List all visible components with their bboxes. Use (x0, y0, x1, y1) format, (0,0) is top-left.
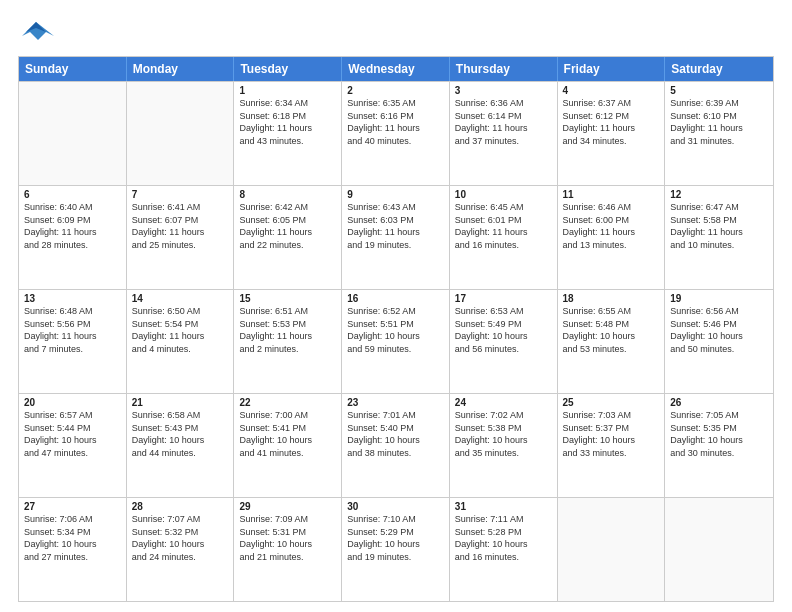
cell-info-line: and 41 minutes. (239, 448, 336, 460)
calendar-cell: 18Sunrise: 6:55 AMSunset: 5:48 PMDayligh… (558, 290, 666, 393)
day-header-saturday: Saturday (665, 57, 773, 81)
cell-info-line: and 50 minutes. (670, 344, 768, 356)
cell-info-line: Daylight: 11 hours (24, 227, 121, 239)
cell-info-line: Daylight: 11 hours (239, 123, 336, 135)
day-number: 16 (347, 293, 444, 304)
cell-info-line: Sunset: 5:29 PM (347, 527, 444, 539)
day-number: 15 (239, 293, 336, 304)
calendar-row-3: 20Sunrise: 6:57 AMSunset: 5:44 PMDayligh… (19, 393, 773, 497)
day-number: 14 (132, 293, 229, 304)
cell-info-line: Daylight: 11 hours (132, 331, 229, 343)
calendar-cell: 6Sunrise: 6:40 AMSunset: 6:09 PMDaylight… (19, 186, 127, 289)
cell-info-line: Daylight: 10 hours (563, 331, 660, 343)
cell-info-line: and 34 minutes. (563, 136, 660, 148)
day-number: 20 (24, 397, 121, 408)
cell-info-line: and 33 minutes. (563, 448, 660, 460)
calendar-cell: 15Sunrise: 6:51 AMSunset: 5:53 PMDayligh… (234, 290, 342, 393)
cell-info-line: Sunset: 6:05 PM (239, 215, 336, 227)
cell-info-line: Sunrise: 7:06 AM (24, 514, 121, 526)
cell-info-line: Sunrise: 6:35 AM (347, 98, 444, 110)
cell-info-line: Sunset: 5:56 PM (24, 319, 121, 331)
day-number: 25 (563, 397, 660, 408)
cell-info-line: Sunset: 5:43 PM (132, 423, 229, 435)
cell-info-line: Daylight: 10 hours (347, 539, 444, 551)
cell-info-line: Daylight: 10 hours (132, 539, 229, 551)
cell-info-line: and 59 minutes. (347, 344, 444, 356)
day-number: 3 (455, 85, 552, 96)
calendar-cell: 11Sunrise: 6:46 AMSunset: 6:00 PMDayligh… (558, 186, 666, 289)
cell-info-line: Sunrise: 6:43 AM (347, 202, 444, 214)
cell-info-line: Daylight: 10 hours (563, 435, 660, 447)
cell-info-line: Daylight: 11 hours (455, 123, 552, 135)
calendar-cell: 20Sunrise: 6:57 AMSunset: 5:44 PMDayligh… (19, 394, 127, 497)
cell-info-line: and 43 minutes. (239, 136, 336, 148)
cell-info-line: and 30 minutes. (670, 448, 768, 460)
cell-info-line: Sunset: 5:53 PM (239, 319, 336, 331)
day-number: 7 (132, 189, 229, 200)
cell-info-line: Sunset: 6:00 PM (563, 215, 660, 227)
cell-info-line: and 7 minutes. (24, 344, 121, 356)
cell-info-line: and 28 minutes. (24, 240, 121, 252)
cell-info-line: Sunset: 6:14 PM (455, 111, 552, 123)
calendar-cell: 5Sunrise: 6:39 AMSunset: 6:10 PMDaylight… (665, 82, 773, 185)
calendar-cell (127, 82, 235, 185)
cell-info-line: Sunset: 5:28 PM (455, 527, 552, 539)
day-number: 21 (132, 397, 229, 408)
cell-info-line: Daylight: 10 hours (455, 435, 552, 447)
calendar-cell: 1Sunrise: 6:34 AMSunset: 6:18 PMDaylight… (234, 82, 342, 185)
cell-info-line: Daylight: 10 hours (24, 435, 121, 447)
cell-info-line: and 16 minutes. (455, 240, 552, 252)
cell-info-line: Sunset: 5:48 PM (563, 319, 660, 331)
cell-info-line: Sunset: 6:01 PM (455, 215, 552, 227)
calendar-cell: 29Sunrise: 7:09 AMSunset: 5:31 PMDayligh… (234, 498, 342, 601)
cell-info-line: Daylight: 10 hours (132, 435, 229, 447)
header (18, 18, 774, 46)
calendar-cell: 23Sunrise: 7:01 AMSunset: 5:40 PMDayligh… (342, 394, 450, 497)
cell-info-line: Sunrise: 7:00 AM (239, 410, 336, 422)
cell-info-line: and 38 minutes. (347, 448, 444, 460)
calendar-cell (558, 498, 666, 601)
cell-info-line: Sunrise: 7:09 AM (239, 514, 336, 526)
cell-info-line: and 40 minutes. (347, 136, 444, 148)
cell-info-line: and 27 minutes. (24, 552, 121, 564)
cell-info-line: Sunset: 5:31 PM (239, 527, 336, 539)
day-number: 29 (239, 501, 336, 512)
cell-info-line: Sunrise: 7:02 AM (455, 410, 552, 422)
cell-info-line: Sunset: 5:46 PM (670, 319, 768, 331)
cell-info-line: Daylight: 11 hours (670, 123, 768, 135)
cell-info-line: Sunset: 6:12 PM (563, 111, 660, 123)
day-header-monday: Monday (127, 57, 235, 81)
cell-info-line: and 44 minutes. (132, 448, 229, 460)
cell-info-line: Daylight: 10 hours (24, 539, 121, 551)
cell-info-line: Sunset: 6:03 PM (347, 215, 444, 227)
day-number: 6 (24, 189, 121, 200)
logo-bird-icon (18, 18, 54, 46)
calendar-cell: 7Sunrise: 6:41 AMSunset: 6:07 PMDaylight… (127, 186, 235, 289)
cell-info-line: Daylight: 10 hours (670, 435, 768, 447)
cell-info-line: Sunset: 5:38 PM (455, 423, 552, 435)
cell-info-line: and 4 minutes. (132, 344, 229, 356)
day-number: 11 (563, 189, 660, 200)
cell-info-line: Sunset: 6:18 PM (239, 111, 336, 123)
cell-info-line: Sunrise: 6:41 AM (132, 202, 229, 214)
calendar-cell: 25Sunrise: 7:03 AMSunset: 5:37 PMDayligh… (558, 394, 666, 497)
day-number: 31 (455, 501, 552, 512)
calendar-cell: 2Sunrise: 6:35 AMSunset: 6:16 PMDaylight… (342, 82, 450, 185)
cell-info-line: Sunset: 5:44 PM (24, 423, 121, 435)
day-number: 9 (347, 189, 444, 200)
cell-info-line: Sunrise: 6:40 AM (24, 202, 121, 214)
cell-info-line: Daylight: 10 hours (455, 331, 552, 343)
calendar-row-1: 6Sunrise: 6:40 AMSunset: 6:09 PMDaylight… (19, 185, 773, 289)
calendar-row-2: 13Sunrise: 6:48 AMSunset: 5:56 PMDayligh… (19, 289, 773, 393)
cell-info-line: Sunset: 5:37 PM (563, 423, 660, 435)
cell-info-line: Sunset: 5:54 PM (132, 319, 229, 331)
cell-info-line: and 53 minutes. (563, 344, 660, 356)
day-number: 12 (670, 189, 768, 200)
cell-info-line: Sunrise: 6:36 AM (455, 98, 552, 110)
cell-info-line: Sunset: 5:41 PM (239, 423, 336, 435)
calendar-cell: 19Sunrise: 6:56 AMSunset: 5:46 PMDayligh… (665, 290, 773, 393)
cell-info-line: Sunset: 6:16 PM (347, 111, 444, 123)
cell-info-line: and 21 minutes. (239, 552, 336, 564)
day-number: 27 (24, 501, 121, 512)
calendar-cell: 3Sunrise: 6:36 AMSunset: 6:14 PMDaylight… (450, 82, 558, 185)
